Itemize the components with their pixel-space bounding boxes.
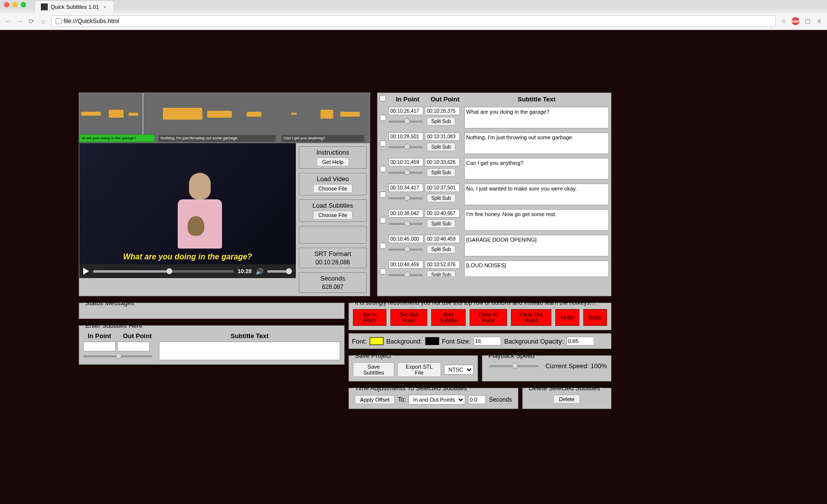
reload-icon[interactable]: ⟳: [28, 17, 35, 25]
clear-out-point-button[interactable]: Clear Out Point: [511, 309, 552, 326]
hamburger-menu-icon[interactable]: ≡: [815, 17, 823, 25]
timeline-subtitle-track[interactable]: at are you doing in the garage?Nothing, …: [79, 134, 370, 143]
row-offset-slider[interactable]: [388, 249, 423, 251]
out-point-input[interactable]: [425, 107, 460, 115]
back-icon[interactable]: ←: [4, 17, 12, 25]
redo-button[interactable]: Redo: [583, 309, 607, 326]
playhead-line[interactable]: [143, 93, 143, 134]
out-point-input[interactable]: [425, 209, 460, 218]
in-point-input[interactable]: [388, 158, 423, 166]
split-sub-button[interactable]: Split Sub: [427, 245, 455, 253]
set-in-point-button[interactable]: Set In Point: [353, 309, 386, 326]
subtitle-row-checkbox[interactable]: [380, 217, 386, 223]
opacity-input[interactable]: [567, 337, 594, 346]
set-out-point-button[interactable]: Set Out Point: [390, 309, 427, 326]
adblock-icon[interactable]: ABP: [792, 17, 799, 25]
split-sub-button[interactable]: Split Sub: [427, 220, 455, 228]
split-sub-button[interactable]: Split Sub: [427, 271, 455, 276]
speed-slider[interactable]: [489, 365, 539, 367]
enter-offset-slider[interactable]: [83, 355, 152, 357]
window-close-button[interactable]: [4, 2, 9, 7]
seek-slider[interactable]: [93, 270, 234, 273]
subtitle-row-checkbox[interactable]: [380, 166, 386, 172]
choose-subtitle-file-button[interactable]: Choose File: [313, 211, 353, 220]
choose-video-file-button[interactable]: Choose File: [313, 184, 353, 193]
audio-waveform[interactable]: [79, 93, 370, 134]
enter-out-input[interactable]: [117, 342, 150, 351]
subtitle-text-input[interactable]: What are you doing in the garage?: [464, 107, 609, 128]
offset-target-select[interactable]: In and Out Points: [409, 395, 465, 405]
window-maximize-button[interactable]: [21, 2, 26, 7]
timeline-segment[interactable]: at are you doing in the garage?: [79, 134, 155, 142]
volume-slider[interactable]: [267, 270, 292, 273]
out-point-input[interactable]: [425, 235, 460, 243]
split-sub-button[interactable]: Split Sub: [427, 117, 455, 126]
load-subtitles-box: Load Subtitles Choose File: [299, 199, 367, 222]
device-icon[interactable]: ▢: [803, 17, 811, 25]
get-help-button[interactable]: Get Help: [317, 158, 349, 166]
home-icon[interactable]: ⌂: [39, 17, 47, 25]
subtitle-text-input[interactable]: [LOUD NOISES]: [464, 260, 609, 276]
out-point-input[interactable]: [425, 158, 460, 166]
export-stl-button[interactable]: Export STL File: [397, 362, 441, 377]
tab-close-icon[interactable]: ×: [102, 4, 108, 10]
subtitle-row-checkbox[interactable]: [380, 268, 386, 275]
row-offset-slider[interactable]: [388, 197, 423, 199]
split-sub-button[interactable]: Split Sub: [427, 143, 455, 151]
volume-icon[interactable]: [255, 268, 263, 275]
delete-button[interactable]: Delete: [553, 395, 580, 404]
subtitle-row-checkbox[interactable]: [380, 243, 386, 249]
in-point-input[interactable]: [388, 209, 423, 218]
url-input[interactable]: file:///QuickSubs.html: [51, 15, 776, 27]
out-point-input[interactable]: [425, 260, 460, 269]
undo-button[interactable]: Undo: [555, 309, 579, 326]
row-offset-slider[interactable]: [388, 274, 423, 276]
subtitle-text-input[interactable]: Nothing, I'm just throwing out some garb…: [464, 132, 609, 154]
bookmark-star-icon[interactable]: ☆: [780, 17, 788, 25]
subtitle-text-input[interactable]: [GARAGE DOOR OPENING]: [464, 235, 609, 256]
enter-subtitle-text[interactable]: [159, 342, 340, 360]
in-point-input[interactable]: [388, 260, 423, 269]
subtitle-text-input[interactable]: No, I just wanted to make sure you were …: [464, 184, 609, 205]
subtitle-list-panel: In Point Out Point Subtitle Text Split S…: [377, 93, 611, 296]
window-minimize-button[interactable]: [12, 2, 18, 7]
video-panel: at are you doing in the garage?Nothing, …: [79, 93, 370, 296]
subtitle-text-input[interactable]: I'm fine honey. Now go get some rest.: [464, 209, 609, 231]
in-point-input[interactable]: [388, 107, 423, 115]
format-select[interactable]: NTSC: [444, 365, 474, 375]
row-offset-slider[interactable]: [388, 121, 423, 123]
tab-favicon: [41, 3, 48, 10]
subtitle-row-checkbox[interactable]: [380, 115, 386, 121]
subtitle-text-input[interactable]: Can I get you anything?: [464, 158, 609, 180]
save-subtitles-button[interactable]: Save Subtitles: [353, 362, 394, 377]
split-sub-button[interactable]: Split Sub: [427, 168, 455, 177]
video-player[interactable]: What are you doing in the garage? 10:28: [79, 143, 296, 278]
play-icon[interactable]: [83, 268, 89, 275]
subtitle-list[interactable]: Split SubWhat are you doing in the garag…: [378, 105, 611, 276]
timeline-segment[interactable]: Can I get you anything?: [281, 134, 365, 142]
in-point-input[interactable]: [388, 184, 423, 192]
out-point-input[interactable]: [425, 132, 460, 141]
apply-offset-button[interactable]: Apply Offset: [355, 395, 395, 404]
row-offset-slider[interactable]: [388, 223, 423, 225]
timeline-segment[interactable]: Nothing, I'm just throwing out some garb…: [158, 134, 276, 142]
browser-tab[interactable]: Quick Subtitles 1.01 ×: [34, 0, 114, 13]
status-messages-box: Status Messages: [79, 299, 345, 319]
subtitle-row-checkbox[interactable]: [380, 140, 386, 147]
select-all-checkbox[interactable]: [380, 95, 386, 101]
offset-value-input[interactable]: [468, 395, 486, 404]
out-point-input[interactable]: [425, 184, 460, 192]
in-point-input[interactable]: [388, 235, 423, 243]
add-subtitle-button[interactable]: Add Subtitle: [431, 309, 466, 326]
enter-in-input[interactable]: [83, 342, 116, 351]
split-sub-button[interactable]: Split Sub: [427, 194, 455, 202]
forward-icon[interactable]: →: [16, 17, 24, 25]
bg-color-swatch[interactable]: [425, 337, 439, 345]
font-color-swatch[interactable]: [370, 337, 383, 345]
font-size-input[interactable]: [474, 337, 501, 346]
row-offset-slider[interactable]: [388, 146, 423, 148]
clear-in-point-button[interactable]: Clear In Point: [470, 309, 507, 326]
row-offset-slider[interactable]: [388, 172, 423, 174]
in-point-input[interactable]: [388, 132, 423, 141]
subtitle-row-checkbox[interactable]: [380, 191, 386, 198]
